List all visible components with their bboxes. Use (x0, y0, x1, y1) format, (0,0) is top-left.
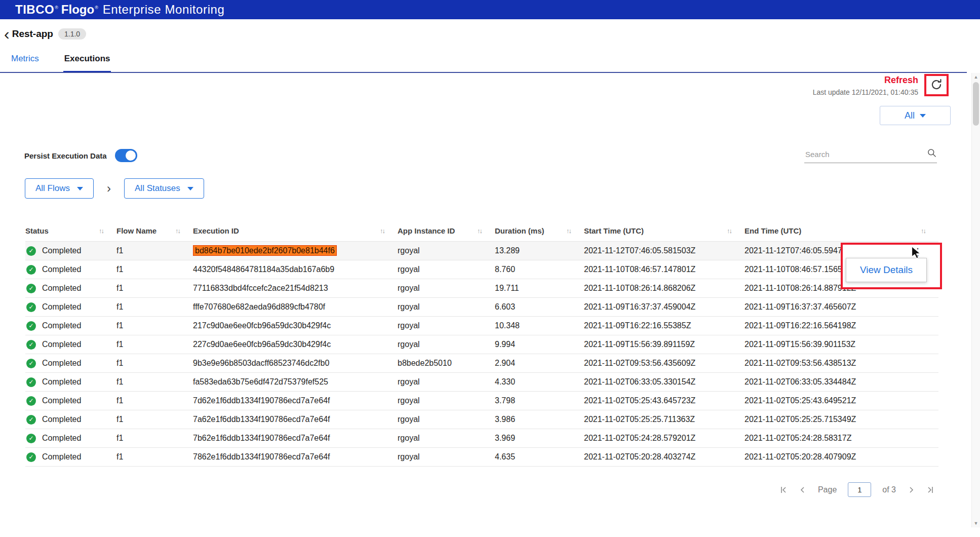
kebab-menu-icon[interactable]: ⋮ (913, 247, 923, 257)
row-actions-annotation-box: ⋮ View Details (841, 243, 942, 289)
cell-status: ✓ Completed (25, 321, 116, 331)
sort-icon[interactable]: ↑↓ (566, 227, 571, 235)
table-row[interactable]: ✓ Completed f1 fa583eda63b75e6df472d7537… (25, 373, 938, 392)
chevron-down-icon (187, 187, 193, 190)
registered-mark-icon: ® (55, 5, 58, 10)
search-input[interactable] (804, 149, 927, 159)
vertical-scrollbar[interactable]: ▲ ▼ (971, 73, 980, 527)
table-row[interactable]: ✓ Completed f1 227c9d0ae6ee0fcb96a59dc30… (25, 335, 938, 354)
persist-toggle[interactable] (115, 149, 137, 162)
execution-id-text: 44320f5484864781184a35dab167a6b9 (193, 265, 334, 274)
all-statuses-dropdown[interactable]: All Statuses (124, 178, 204, 199)
cell-status: ✓ Completed (25, 452, 116, 462)
status-text: Completed (42, 359, 81, 368)
cell-status: ✓ Completed (25, 340, 116, 350)
last-page-button[interactable] (926, 486, 934, 494)
tab-metrics[interactable]: Metrics (10, 54, 40, 72)
execution-id-text: 7d62e1f6ddb1334f190786ecd7a7e64f (193, 396, 330, 405)
status-check-icon: ✓ (26, 359, 36, 368)
cell-execution-id: 227c9d0ae6ee0fcb96a59dc30b429f4c (193, 340, 398, 349)
topbar: TIBCO® Flogo® Enterprise Monitoring (0, 0, 980, 19)
sort-icon[interactable]: ↑↓ (727, 227, 731, 235)
chevron-down-icon (77, 187, 83, 190)
last-update-text: Last update 12/11/2021, 01:40:35 (813, 88, 918, 96)
cell-flow-name: f1 (116, 284, 193, 293)
table-row[interactable]: ✓ Completed f1 44320f5484864781184a35dab… (25, 260, 938, 279)
refresh-icon (930, 78, 943, 93)
breadcrumb-separator-icon: › (107, 181, 111, 196)
table-row[interactable]: ✓ Completed f1 7d62e1f6ddb1334f190786ecd… (25, 392, 938, 410)
table-row[interactable]: ✓ Completed f1 fffe707680e682aeda96d889c… (25, 298, 938, 317)
status-check-icon: ✓ (26, 396, 36, 406)
refresh-label[interactable]: Refresh (813, 75, 918, 86)
sort-icon[interactable]: ↑↓ (175, 227, 180, 235)
column-header-start-time[interactable]: Start Time (UTC)↑↓ (584, 226, 744, 235)
sort-icon[interactable]: ↑↓ (380, 227, 384, 235)
cell-end-time: 2021-11-02T06:33:05.334484Z (744, 377, 938, 387)
execution-id-text: 9b3e9e96b8503dacff68523746dc2fb0 (193, 359, 329, 367)
view-details-button[interactable]: View Details (860, 264, 913, 276)
table-row[interactable]: ✓ Completed f1 77116833dbd4fccefc2ace21f… (25, 279, 938, 298)
column-header-execution-id[interactable]: Execution ID↑↓ (193, 226, 398, 235)
cell-app-instance-id: rgoyal (398, 284, 495, 293)
cell-start-time: 2021-11-09T16:22:16.55385Z (584, 321, 744, 330)
cell-duration: 13.289 (495, 246, 584, 255)
cell-end-time: 2021-11-02T05:20:28.407909Z (744, 452, 938, 462)
cell-end-time: 2021-11-09T15:56:39.901153Z (744, 340, 938, 349)
cell-app-instance-id: rgoyal (398, 396, 495, 405)
page-number-input[interactable] (848, 482, 871, 497)
all-flows-dropdown[interactable]: All Flows (25, 178, 94, 199)
column-header-status[interactable]: Status↑↓ (25, 226, 116, 235)
cell-app-instance-id: rgoyal (398, 434, 495, 443)
cell-execution-id: 217c9d0ae6ee0fcb96a59dc30b429f4c (193, 321, 398, 330)
refresh-button[interactable] (930, 78, 943, 93)
scrollbar-down-icon[interactable]: ▼ (972, 519, 980, 527)
back-chevron-icon[interactable]: ‹ (4, 28, 10, 40)
column-header-end-time[interactable]: End Time (UTC)↑↓ (744, 226, 938, 235)
status-text: Completed (42, 321, 81, 330)
all-flows-label: All Flows (35, 183, 70, 194)
table-row[interactable]: ✓ Completed f1 bd864b7be010ede2bf2607b0e… (25, 242, 938, 260)
status-check-icon: ✓ (26, 265, 36, 275)
cell-app-instance-id: rgoyal (398, 340, 495, 349)
cell-start-time: 2021-11-09T16:37:37.459004Z (584, 302, 744, 312)
status-text: Completed (42, 284, 81, 293)
cell-duration: 3.798 (495, 396, 584, 405)
sort-icon[interactable]: ↑↓ (921, 227, 925, 235)
cell-start-time: 2021-11-09T15:56:39.891159Z (584, 340, 744, 349)
status-text: Completed (42, 434, 81, 443)
page-title: Rest-app (12, 28, 53, 40)
table-row[interactable]: ✓ Completed f1 7a62e1f6ddb1334f190786ecd… (25, 410, 938, 429)
status-check-icon: ✓ (26, 284, 36, 293)
previous-page-button[interactable] (799, 486, 807, 494)
pagination: Page of 3 (779, 482, 934, 497)
table-body: ✓ Completed f1 bd864b7be010ede2bf2607b0e… (25, 241, 938, 467)
execution-id-text: bd864b7be010ede2bf2607b0e81b44f6 (193, 245, 337, 256)
tab-executions[interactable]: Executions (63, 54, 111, 72)
table-row[interactable]: ✓ Completed f1 217c9d0ae6ee0fcb96a59dc30… (25, 317, 938, 335)
scrollbar-thumb[interactable] (973, 82, 979, 126)
cell-flow-name: f1 (116, 321, 193, 330)
cell-start-time: 2021-11-10T08:46:57.147801Z (584, 265, 744, 274)
cell-execution-id: 7a62e1f6ddb1334f190786ecd7a7e64f (193, 415, 398, 424)
table-row[interactable]: ✓ Completed f1 7862e1f6ddb1334f190786ecd… (25, 448, 938, 467)
cell-flow-name: f1 (116, 434, 193, 443)
status-text: Completed (42, 377, 81, 387)
status-check-icon: ✓ (26, 452, 36, 462)
cell-flow-name: f1 (116, 340, 193, 349)
column-header-flow-name[interactable]: Flow Name↑↓ (116, 226, 193, 235)
search-icon[interactable] (927, 148, 937, 160)
scrollbar-up-icon[interactable]: ▲ (972, 73, 980, 81)
sort-icon[interactable]: ↑↓ (99, 227, 103, 235)
first-page-button[interactable] (779, 486, 788, 494)
table-row[interactable]: ✓ Completed f1 7b62e1f6ddb1334f190786ecd… (25, 429, 938, 448)
table-row[interactable]: ✓ Completed f1 9b3e9e96b8503dacff6852374… (25, 354, 938, 373)
refresh-annotation-box (924, 74, 949, 96)
cell-flow-name: f1 (116, 377, 193, 387)
sort-icon[interactable]: ↑↓ (477, 227, 482, 235)
brand-flogo: Flogo (61, 3, 94, 17)
all-filter-dropdown[interactable]: All (880, 106, 951, 125)
next-page-button[interactable] (907, 486, 915, 494)
column-header-app-instance-id[interactable]: App Instance ID↑↓ (398, 226, 495, 235)
column-header-duration[interactable]: Duration (ms)↑↓ (495, 226, 584, 235)
